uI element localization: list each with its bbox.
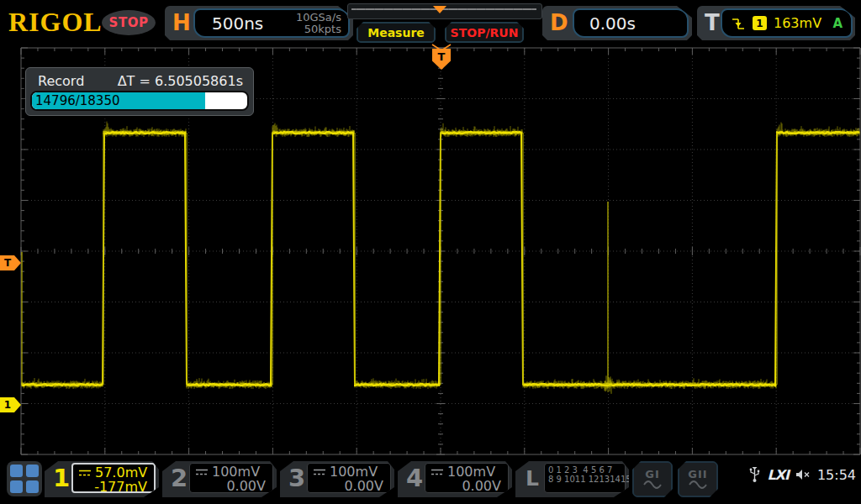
record-delta-t: ΔT = 6.50505861s [118, 73, 243, 89]
channel2-tab[interactable]: 2 100mV 0.00V [162, 461, 277, 497]
generator2-label: GII [688, 469, 707, 480]
channel3-readout: 100mV 0.00V [307, 463, 391, 493]
channel2-readout: 100mV 0.00V [189, 463, 273, 493]
record-header-row: Record ΔT = 6.50505861s [26, 68, 253, 92]
channel1-readout: 57.0mV -177mV [71, 463, 156, 493]
channel1-number: 1 [53, 464, 70, 492]
oscilloscope-screen: RIGOL STOP H 500ns 10GSa/s 50kpts Measur… [0, 0, 861, 504]
channel2-scale: 100mV [212, 465, 260, 479]
speaker-muted-icon [795, 469, 811, 480]
logic-label: L [526, 466, 539, 491]
generator1-button[interactable]: GI [632, 461, 673, 497]
record-overlay: Record ΔT = 6.50505861s 14796/18350 [25, 67, 254, 116]
channel2-offset: 0.00V [195, 479, 267, 493]
status-area: LXI 15:54 [749, 466, 856, 483]
channel1-tab[interactable]: 1 57.0mV -177mV [45, 461, 159, 497]
dc-coupling-icon [78, 469, 92, 477]
dc-coupling-icon [313, 468, 326, 476]
channel3-tab[interactable]: 3 100mV 0.00V [280, 461, 394, 497]
channel4-tab[interactable]: 4 100mV 0.00V [398, 461, 512, 497]
channel4-offset: 0.00V [430, 479, 503, 493]
ch1-trace [22, 122, 859, 394]
generator1-label: GI [645, 469, 660, 480]
dc-coupling-icon [430, 468, 444, 476]
channel3-scale: 100mV [330, 465, 378, 479]
usb-icon [749, 466, 760, 483]
channel4-number: 4 [406, 464, 423, 492]
record-progress-text: 14796/18350 [35, 93, 120, 108]
logic-row-8-15: 8 9 1011 12131415 [548, 475, 621, 484]
sine-wave-icon [643, 480, 662, 490]
channel3-number: 3 [288, 464, 305, 492]
channel1-scale: 57.0mV [95, 465, 147, 480]
waveform-display: T T 1 Record ΔT = 6.50505861s 14796/1835… [0, 0, 861, 504]
channel1-offset: -177mV [78, 480, 149, 494]
bottom-bar: 1 57.0mV -177mV 2 [0, 458, 861, 504]
menu-grid-icon [10, 465, 23, 477]
generator2-button[interactable]: GII [678, 461, 718, 497]
record-progress-bar: 14796/18350 [30, 91, 249, 111]
record-title: Record [38, 73, 84, 89]
channel4-scale: 100mV [447, 465, 495, 479]
logic-row-0-7: 0 1 2 3 4 5 6 7 [548, 465, 621, 475]
menu-button[interactable] [7, 461, 42, 496]
channel2-number: 2 [171, 464, 188, 492]
clock: 15:54 [817, 467, 856, 483]
channel4-readout: 100mV 0.00V [425, 463, 509, 493]
channel3-offset: 0.00V [313, 479, 385, 493]
dc-coupling-icon [195, 468, 209, 476]
logic-channels-box: 0 1 2 3 4 5 6 7 8 9 1011 12131415 [544, 463, 626, 493]
lxi-logo: LXI [767, 467, 788, 483]
logic-analyzer-tab[interactable]: L 0 1 2 3 4 5 6 7 8 9 1011 12131415 [515, 461, 629, 497]
sine-wave-icon [689, 480, 707, 490]
